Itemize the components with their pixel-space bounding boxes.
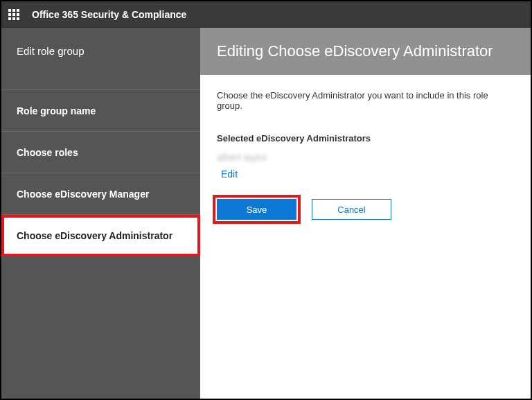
step-choose-ediscovery-administrator[interactable]: Choose eDiscovery Administrator: [1, 215, 200, 256]
selected-admin-name: albert taylor: [217, 152, 514, 163]
cancel-button[interactable]: Cancel: [312, 199, 391, 220]
step-label: Role group name: [17, 105, 96, 116]
step-choose-ediscovery-manager[interactable]: Choose eDiscovery Manager: [1, 173, 200, 215]
selected-admins-heading: Selected eDiscovery Administrators: [217, 133, 514, 144]
button-row: Save Cancel: [217, 199, 514, 220]
wizard-sidebar: Edit role group Role group name Choose r…: [1, 28, 200, 399]
step-label: Choose eDiscovery Manager: [17, 189, 149, 200]
main-panel-title: Editing Choose eDiscovery Administrator: [200, 28, 531, 75]
save-button[interactable]: Save: [217, 199, 296, 220]
step-role-group-name[interactable]: Role group name: [1, 90, 200, 132]
sidebar-heading: Edit role group: [1, 28, 200, 90]
app-launcher-icon[interactable]: [8, 9, 19, 20]
instruction-text: Choose the eDiscovery Administrator you …: [217, 90, 514, 111]
app-title: Office 365 Security & Compliance: [32, 9, 186, 20]
step-label: Choose roles: [17, 147, 78, 158]
step-choose-roles[interactable]: Choose roles: [1, 132, 200, 173]
edit-link[interactable]: Edit: [221, 168, 514, 180]
step-label: Choose eDiscovery Administrator: [17, 230, 172, 241]
main-panel: Editing Choose eDiscovery Administrator …: [200, 28, 531, 399]
top-bar: Office 365 Security & Compliance: [1, 1, 531, 28]
